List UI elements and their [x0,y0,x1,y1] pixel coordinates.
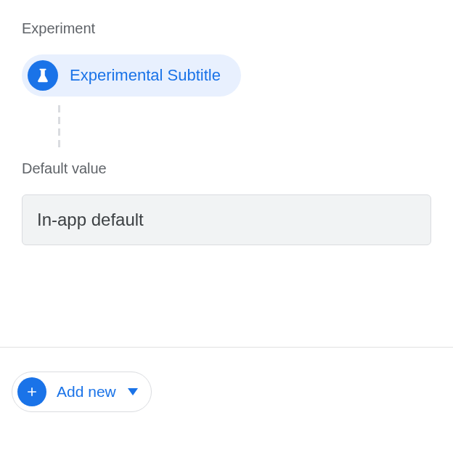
flask-icon [28,60,58,91]
connector-dots [58,105,431,147]
divider [0,347,453,348]
default-value-input[interactable] [22,194,431,245]
default-value-label: Default value [22,160,431,177]
add-new-button[interactable]: Add new [12,372,152,412]
experiment-label: Experiment [22,20,431,37]
plus-icon [17,377,46,406]
add-new-label: Add new [57,383,116,401]
experiment-chip-label: Experimental Subtitle [70,66,221,85]
chevron-down-icon [128,388,138,395]
experiment-chip[interactable]: Experimental Subtitle [22,54,241,97]
